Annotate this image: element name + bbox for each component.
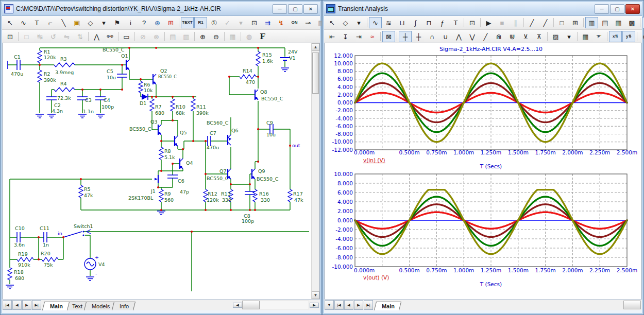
cursor-mode-icon[interactable]: ≋ <box>382 17 395 28</box>
tab-info[interactable]: Info <box>112 302 136 310</box>
page-nav-button[interactable]: ▶| <box>32 300 41 310</box>
line-tool-icon[interactable]: ╲ <box>57 17 70 28</box>
vertical-tag-icon[interactable]: ∫ <box>409 17 422 28</box>
presentation-mode-icon[interactable]: ▭ <box>120 31 133 42</box>
horizontal-tag-icon[interactable]: ⊔ <box>396 17 409 28</box>
tag-y-axis-icon[interactable]: y⇅ <box>622 31 635 42</box>
legend-label[interactable]: v(out) (V) <box>363 274 389 281</box>
page-nav-button[interactable]: ▶ <box>354 300 363 310</box>
page-nav-button[interactable]: |◀ <box>3 300 12 310</box>
low-tool-icon[interactable]: ⋁ <box>466 31 479 42</box>
tab-main[interactable]: Main <box>374 302 401 310</box>
text-layer-toggle-icon[interactable]: TEXT <box>181 17 194 28</box>
legend-label[interactable]: v(in) (V) <box>363 157 385 163</box>
text-mode-icon[interactable]: T <box>30 17 43 28</box>
condition-toggle-icon[interactable]: ON <box>288 17 301 28</box>
region-enable-icon[interactable]: ⊞ <box>164 17 177 28</box>
zoom-in-icon[interactable]: ⊕ <box>639 31 644 42</box>
panels-columns-icon[interactable]: ▩ <box>625 17 638 28</box>
page-nav-button[interactable]: ▶| <box>364 300 373 310</box>
minimize-button[interactable]: ─ <box>273 4 287 14</box>
point-tag-icon[interactable]: ⊓ <box>422 17 435 28</box>
component-menu-icon[interactable]: ▣ <box>71 17 83 28</box>
shape-tool-icon[interactable]: ◇ <box>339 17 352 28</box>
print-cursor-values-icon[interactable]: 'P' <box>592 31 605 42</box>
data-point-grid-icon[interactable]: ⊞ <box>569 17 582 28</box>
wire-ortho-mode-icon[interactable]: ⌐ <box>44 17 57 28</box>
pin-lead-toggle-icon[interactable]: ⊸ <box>301 17 314 28</box>
tag-x-axis-icon[interactable]: x⇅ <box>609 31 622 42</box>
maximize-button[interactable]: ▢ <box>610 4 624 14</box>
power-dissipation-toggle-icon[interactable]: ↯ <box>275 17 287 28</box>
performance-tag-icon[interactable]: ƒ <box>436 17 449 28</box>
page-nav-button[interactable]: ▶ <box>22 300 31 310</box>
panels-grid-icon[interactable]: ▦ <box>612 17 625 28</box>
scroll-up-icon[interactable]: ▲ <box>312 43 319 51</box>
run-button-icon[interactable]: ▶ <box>482 17 495 28</box>
numeric-output-icon[interactable]: ▦ <box>579 31 592 42</box>
slope-point-icon[interactable]: ╱ <box>539 17 552 28</box>
tab-main[interactable]: Main <box>42 302 70 310</box>
zoom-out-icon[interactable]: ⊖ <box>210 31 223 42</box>
hscroll-left-icon[interactable]: ◀ <box>233 303 242 308</box>
valley-tool-icon[interactable]: ∪ <box>439 31 452 42</box>
hscroll-right-icon[interactable]: ▶ <box>310 303 319 308</box>
cursor-horizontal-icon[interactable]: ┼ <box>399 31 412 42</box>
waveform-buffer-icon[interactable]: ≈ <box>366 31 379 42</box>
go-to-branch-icon[interactable]: ▨ <box>549 31 562 42</box>
wire-mode-icon[interactable]: ∿ <box>17 17 30 28</box>
envelope-bottom-tool-icon[interactable]: ⊻ <box>519 31 532 42</box>
analysis-titlebar[interactable]: Transient Analysis ─ ▢ ✕ <box>324 2 642 16</box>
schematic-vscroll-thumb[interactable] <box>312 52 319 94</box>
binoculars-search-icon[interactable]: ⊙⊙ <box>104 31 116 42</box>
panels-vertical-icon[interactable]: ▥ <box>585 17 598 28</box>
slope-line-icon[interactable]: ╱ <box>526 17 538 28</box>
node-numbers-toggle-icon[interactable]: ① <box>208 17 221 28</box>
shape-dropdown-icon[interactable]: ▾ <box>97 17 110 28</box>
attribute-layer-toggle-icon[interactable]: R1 <box>194 17 207 28</box>
hscroll-track[interactable] <box>260 301 309 309</box>
inflection-tool-icon[interactable]: ╱ <box>479 31 492 42</box>
flag-tool-icon[interactable]: ⚑ <box>111 17 124 28</box>
data-points-toggle-icon[interactable]: ⊠ <box>382 31 395 42</box>
zoom-in-icon[interactable]: ⊕ <box>196 31 209 42</box>
scroll-down-icon[interactable]: ▼ <box>312 291 319 299</box>
go-to-bottom-icon[interactable]: ↧ <box>339 31 352 42</box>
global-high-tool-icon[interactable]: ⋒ <box>493 31 505 42</box>
hscroll-thumb[interactable] <box>242 301 260 309</box>
slider-toggle-icon[interactable]: ⊡ <box>248 17 261 28</box>
page-nav-button[interactable]: ◀ <box>344 300 353 310</box>
split-plots-icon[interactable]: ⊟ <box>642 17 644 28</box>
analysis-plot-area[interactable]: 12.00010.0008.0006.0004.0002.0000.000-2.… <box>324 43 642 300</box>
page-nav-button[interactable]: |◀ <box>334 300 344 310</box>
scale-mode-icon[interactable]: ∿ <box>369 17 382 28</box>
close-button[interactable]: ✕ <box>303 4 318 14</box>
shape-tool-icon[interactable]: ◇ <box>84 17 97 28</box>
current-direction-toggle-icon[interactable]: ⇉ <box>261 17 274 28</box>
shape-dropdown-icon[interactable]: ▾ <box>352 17 365 28</box>
select-tool-icon[interactable]: ↖ <box>326 17 338 28</box>
function-source-icon[interactable]: F <box>256 31 269 42</box>
help-pointer-icon[interactable]: ? <box>138 17 150 28</box>
select-tool-icon[interactable]: ↖ <box>4 17 16 28</box>
maximize-button[interactable]: ▢ <box>288 4 302 14</box>
global-low-tool-icon[interactable]: ⋓ <box>506 31 519 42</box>
go-to-left-icon[interactable]: ⇤ <box>326 31 338 42</box>
properties-dialog-icon[interactable]: ⊡ <box>466 17 479 28</box>
close-button[interactable]: ✕ <box>625 4 640 14</box>
web-browser-icon[interactable]: ⊛ <box>151 17 164 28</box>
envelope-top-tool-icon[interactable]: ⊼ <box>533 31 546 42</box>
select-region-icon[interactable]: □ <box>555 17 568 28</box>
page-nav-button[interactable]: ◀ <box>12 300 22 310</box>
go-to-right-icon[interactable]: ⇥ <box>352 31 365 42</box>
high-tool-icon[interactable]: ⋀ <box>452 31 465 42</box>
panels-horizontal-icon[interactable]: ▤ <box>599 17 612 28</box>
peak-tool-icon[interactable]: ∩ <box>426 31 438 42</box>
hscroll-thumb[interactable] <box>623 301 641 309</box>
info-mode-icon[interactable]: i <box>124 17 137 28</box>
text-mode-icon[interactable]: T <box>449 17 462 28</box>
page-nav-button[interactable]: ▼ <box>325 300 334 310</box>
branch-dropdown-icon[interactable]: ▾ <box>563 31 575 42</box>
schematic-titlebar[interactable]: C:\MC9\DATA\Petrov\switching distortion\… <box>2 2 320 16</box>
find-part-icon[interactable]: ⋀ <box>90 31 103 42</box>
